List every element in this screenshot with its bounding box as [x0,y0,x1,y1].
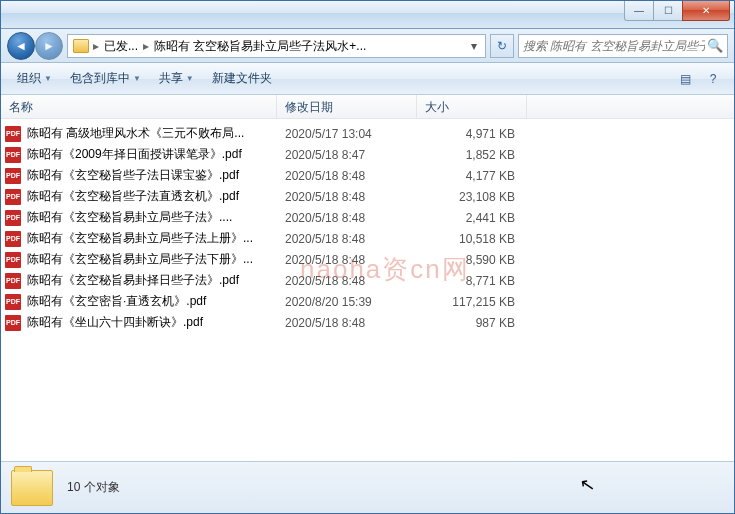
status-bar: 10 个对象 [1,461,734,513]
file-list: PDF陈昭有 高级地理风水术《三元不败布局...2020/5/17 13:044… [1,119,734,337]
address-row: ◄ ► ▸ 已发... ▸ 陈昭有 玄空秘旨易卦立局些子法风水+... ▾ ↻ … [1,29,734,63]
file-name: 陈昭有《玄空秘旨些子法日课宝鉴》.pdf [27,167,279,184]
pdf-icon: PDF [5,315,21,331]
file-size: 10,518 KB [419,232,529,246]
file-date: 2020/5/18 8:48 [279,274,419,288]
file-row[interactable]: PDF陈昭有《玄空秘旨易卦立局些子法下册》...2020/5/18 8:488,… [1,249,734,270]
file-row[interactable]: PDF陈昭有《2009年择日面授讲课笔录》.pdf2020/5/18 8:471… [1,144,734,165]
file-row[interactable]: PDF陈昭有《玄空密旨·直透玄机》.pdf2020/8/20 15:39117,… [1,291,734,312]
pdf-icon: PDF [5,273,21,289]
file-name: 陈昭有《玄空秘旨易卦立局些子法上册》... [27,230,279,247]
breadcrumb-parent[interactable]: 已发... [100,35,142,57]
nav-forward-button[interactable]: ► [35,32,63,60]
file-size: 8,771 KB [419,274,529,288]
file-name: 陈昭有《玄空秘旨些子法直透玄机》.pdf [27,188,279,205]
file-name: 陈昭有《2009年择日面授讲课笔录》.pdf [27,146,279,163]
minimize-button[interactable]: — [624,1,654,21]
help-button[interactable]: ? [700,67,726,91]
file-date: 2020/5/18 8:48 [279,169,419,183]
breadcrumb-sep[interactable]: ▸ [142,39,150,53]
titlebar: — ☐ ✕ [1,1,734,29]
refresh-button[interactable]: ↻ [490,34,514,58]
file-size: 8,590 KB [419,253,529,267]
file-size: 1,852 KB [419,148,529,162]
file-size: 987 KB [419,316,529,330]
file-date: 2020/5/18 8:47 [279,148,419,162]
file-date: 2020/5/17 13:04 [279,127,419,141]
file-row[interactable]: PDF陈昭有《玄空秘旨易卦立局些子法上册》...2020/5/18 8:4810… [1,228,734,249]
file-date: 2020/5/18 8:48 [279,211,419,225]
file-date: 2020/8/20 15:39 [279,295,419,309]
pdf-icon: PDF [5,126,21,142]
address-bar[interactable]: ▸ 已发... ▸ 陈昭有 玄空秘旨易卦立局些子法风水+... ▾ [67,34,486,58]
breadcrumb-sep[interactable]: ▸ [92,39,100,53]
toolbar: 组织▼ 包含到库中▼ 共享▼ 新建文件夹 ▤ ? [1,63,734,95]
file-row[interactable]: PDF陈昭有《玄空秘旨易卦择日些子法》.pdf2020/5/18 8:488,7… [1,270,734,291]
file-name: 陈昭有《玄空秘旨易卦立局些子法下册》... [27,251,279,268]
column-header-date[interactable]: 修改日期 [277,95,417,118]
file-name: 陈昭有《坐山六十四卦断诀》.pdf [27,314,279,331]
close-button[interactable]: ✕ [682,1,730,21]
chevron-down-icon: ▼ [133,74,141,83]
new-folder-button[interactable]: 新建文件夹 [204,66,280,91]
breadcrumb-current[interactable]: 陈昭有 玄空秘旨易卦立局些子法风水+... [150,35,370,57]
pdf-icon: PDF [5,189,21,205]
search-box[interactable]: 🔍 [518,34,728,58]
maximize-button[interactable]: ☐ [653,1,683,21]
file-row[interactable]: PDF陈昭有《玄空秘旨易卦立局些子法》....2020/5/18 8:482,4… [1,207,734,228]
file-name: 陈昭有《玄空密旨·直透玄机》.pdf [27,293,279,310]
include-in-library-menu[interactable]: 包含到库中▼ [62,66,149,91]
pdf-icon: PDF [5,231,21,247]
file-date: 2020/5/18 8:48 [279,253,419,267]
file-name: 陈昭有《玄空秘旨易卦立局些子法》.... [27,209,279,226]
file-size: 117,215 KB [419,295,529,309]
pdf-icon: PDF [5,168,21,184]
file-size: 23,108 KB [419,190,529,204]
column-header-size[interactable]: 大小 [417,95,527,118]
file-row[interactable]: PDF陈昭有《坐山六十四卦断诀》.pdf2020/5/18 8:48987 KB [1,312,734,333]
content-pane: 名称 修改日期 大小 PDF陈昭有 高级地理风水术《三元不败布局...2020/… [1,95,734,461]
address-dropdown[interactable]: ▾ [465,35,483,57]
explorer-window: — ☐ ✕ ◄ ► ▸ 已发... ▸ 陈昭有 玄空秘旨易卦立局些子法风水+..… [0,0,735,514]
folder-icon [73,39,89,53]
status-count: 10 个对象 [67,479,120,496]
file-date: 2020/5/18 8:48 [279,232,419,246]
file-size: 2,441 KB [419,211,529,225]
nav-back-button[interactable]: ◄ [7,32,35,60]
file-size: 4,177 KB [419,169,529,183]
folder-icon [11,470,53,506]
file-row[interactable]: PDF陈昭有《玄空秘旨些子法日课宝鉴》.pdf2020/5/18 8:484,1… [1,165,734,186]
file-size: 4,971 KB [419,127,529,141]
chevron-down-icon: ▼ [186,74,194,83]
search-input[interactable] [523,39,705,53]
file-row[interactable]: PDF陈昭有 高级地理风水术《三元不败布局...2020/5/17 13:044… [1,123,734,144]
view-options-button[interactable]: ▤ [672,67,698,91]
file-date: 2020/5/18 8:48 [279,316,419,330]
file-name: 陈昭有《玄空秘旨易卦择日些子法》.pdf [27,272,279,289]
search-icon: 🔍 [707,38,723,53]
chevron-down-icon: ▼ [44,74,52,83]
share-menu[interactable]: 共享▼ [151,66,202,91]
pdf-icon: PDF [5,147,21,163]
pdf-icon: PDF [5,252,21,268]
column-headers: 名称 修改日期 大小 [1,95,734,119]
file-name: 陈昭有 高级地理风水术《三元不败布局... [27,125,279,142]
pdf-icon: PDF [5,210,21,226]
file-row[interactable]: PDF陈昭有《玄空秘旨些子法直透玄机》.pdf2020/5/18 8:4823,… [1,186,734,207]
file-date: 2020/5/18 8:48 [279,190,419,204]
pdf-icon: PDF [5,294,21,310]
organize-menu[interactable]: 组织▼ [9,66,60,91]
column-header-name[interactable]: 名称 [1,95,277,118]
